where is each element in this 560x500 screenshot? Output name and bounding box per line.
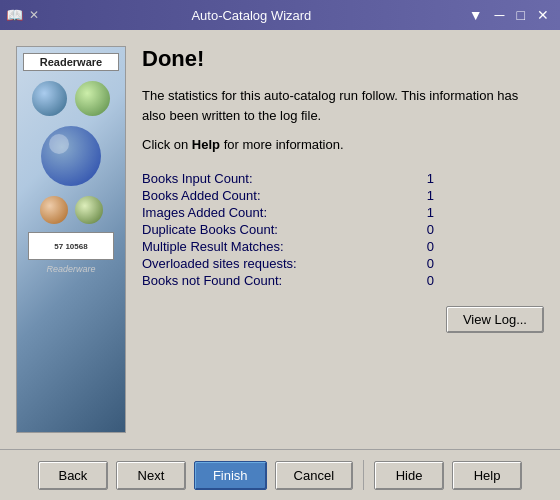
button-bar: Back Next Finish Cancel Hide Help [0,449,560,500]
stat-label: Books Added Count: [142,188,407,203]
finish-button[interactable]: Finish [194,461,267,490]
titlebar: 📖 ✕ Auto-Catalog Wizard ▼ ─ □ ✕ [0,0,560,30]
content-area: Readerware 57 10568 Readerware [0,30,560,449]
stat-value: 0 [427,239,544,254]
titlebar-close-x[interactable]: ✕ [29,8,39,22]
stat-label: Books not Found Count: [142,273,407,288]
stat-value: 0 [427,222,544,237]
right-panel: Done! The statistics for this auto-catal… [142,46,544,433]
maximize-button[interactable]: □ [512,7,530,23]
brand-label: Readerware [23,53,119,71]
stat-value: 0 [427,256,544,271]
decorative-circle-2 [75,81,110,116]
stat-label: Duplicate Books Count: [142,222,407,237]
decorative-circle-3 [40,196,68,224]
stats-table: Books Input Count:1Books Added Count:1Im… [142,171,544,288]
titlebar-controls: ▼ ─ □ ✕ [464,7,554,23]
decorative-circle-1 [32,81,67,116]
stat-value: 0 [427,273,544,288]
decorative-circle-4 [75,196,103,224]
stat-label: Multiple Result Matches: [142,239,407,254]
stat-label: Images Added Count: [142,205,407,220]
titlebar-title: Auto-Catalog Wizard [39,8,464,23]
dropdown-button[interactable]: ▼ [464,7,488,23]
left-image-panel: Readerware 57 10568 Readerware [16,46,126,433]
hide-button[interactable]: Hide [374,461,444,490]
close-button[interactable]: ✕ [532,7,554,23]
stat-label: Overloaded sites requests: [142,256,407,271]
minimize-button[interactable]: ─ [490,7,510,23]
info-paragraph: The statistics for this auto-catalog run… [142,86,544,125]
done-title: Done! [142,46,544,72]
stat-value: 1 [427,205,544,220]
help-button[interactable]: Help [452,461,522,490]
decorative-circle-big [41,126,101,186]
view-log-button[interactable]: View Log... [446,306,544,333]
back-button[interactable]: Back [38,461,108,490]
cancel-button[interactable]: Cancel [275,461,353,490]
main-window: Readerware 57 10568 Readerware [0,30,560,500]
app-icon: 📖 [6,7,23,23]
stat-label: Books Input Count: [142,171,407,186]
stat-value: 1 [427,188,544,203]
button-divider [363,460,364,490]
next-button[interactable]: Next [116,461,186,490]
brand-bottom-label: Readerware [46,264,95,274]
view-log-area: View Log... [142,306,544,333]
stat-value: 1 [427,171,544,186]
brand-image: Readerware 57 10568 Readerware [17,47,125,432]
barcode: 57 10568 [28,232,114,260]
help-paragraph: Click on Help for more information. [142,135,544,155]
titlebar-left: 📖 ✕ [6,7,39,23]
